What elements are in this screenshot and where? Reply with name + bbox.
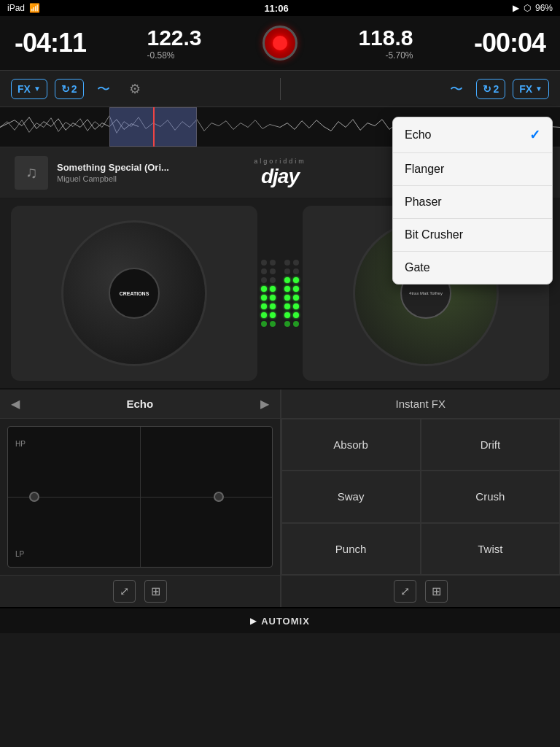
led (261, 268, 267, 274)
right-time-display: -00:04 (474, 28, 545, 58)
fx-prev-button[interactable]: ◀ (11, 397, 20, 411)
bluetooth-icon: ⬡ (524, 3, 531, 13)
dropdown-item-label: Phaser (405, 196, 442, 209)
playhead-left (153, 107, 155, 147)
loop-right-button[interactable]: ↻ 2 (476, 79, 505, 99)
led (293, 260, 299, 266)
loop-left-label: 2 (71, 83, 77, 95)
led-column-right (284, 260, 299, 327)
ifx-punch-button[interactable]: Punch (281, 523, 421, 575)
led (284, 303, 290, 309)
ifx-sway-button[interactable]: Sway (281, 471, 421, 522)
waveform-right-button[interactable]: 〜 (444, 77, 469, 101)
loop-left-button[interactable]: ↻ 2 (55, 79, 84, 99)
right-bpm: 118.8 (358, 26, 413, 50)
ifx-twist-button[interactable]: Twist (421, 523, 560, 575)
led (284, 321, 290, 327)
fx-right-chevron: ▼ (535, 85, 542, 93)
dropdown-item-flanger[interactable]: Flanger (393, 153, 552, 186)
led (270, 286, 276, 292)
led (261, 260, 267, 266)
led (284, 312, 290, 318)
fx-graph[interactable]: HP LP (7, 426, 273, 568)
loop-left-icon: ↻ (61, 83, 70, 95)
automix-play-icon: ▶ (250, 616, 257, 626)
fx-dot-left[interactable] (29, 492, 39, 502)
left-time-display: -04:11 (15, 28, 86, 58)
led (293, 277, 299, 283)
djay-logo: djay (236, 165, 324, 188)
right-bpm-display: 118.8 -5.70% (358, 26, 413, 61)
battery-label: 96% (535, 3, 553, 13)
loop-right-label: 2 (493, 83, 499, 95)
led (270, 312, 276, 318)
time-display: 11:06 (264, 3, 288, 14)
automix-label: AUTOMIX (261, 616, 310, 627)
fx-next-button[interactable]: ▶ (260, 397, 269, 411)
vinyl-left[interactable]: CREATIONS (61, 220, 207, 366)
loop-right-icon: ↻ (483, 83, 491, 95)
led (270, 277, 276, 283)
fx-vline (140, 427, 141, 567)
ifx-drift-button[interactable]: Drift (421, 419, 560, 471)
header: -04:11 122.3 -0.58% 118.8 -5.70% -00:04 (0, 16, 560, 71)
play-icon: ▶ (513, 3, 519, 13)
led (270, 260, 276, 266)
led (284, 268, 290, 274)
dropdown-item-bit-crusher[interactable]: Bit Crusher (393, 219, 552, 252)
fx-panel: ◀ Echo ▶ HP LP ⤢ ⊞ Instant FX AbsorbDrif… (0, 388, 560, 607)
waveform-left-button[interactable]: 〜 (91, 77, 116, 101)
led (284, 286, 290, 292)
fx-hp-label: HP (15, 440, 26, 448)
djay-logo-area: algoriddim djay (236, 158, 324, 188)
fx-footer: ⤢ ⊞ (0, 575, 280, 607)
algoriddim-label: algoriddim (236, 158, 324, 165)
settings-button[interactable]: ⚙ (123, 77, 147, 101)
fx-right-button[interactable]: FX ▼ (513, 79, 549, 99)
waveform-left[interactable] (0, 107, 280, 147)
dropdown-item-echo[interactable]: Echo✓ (393, 117, 552, 153)
fx-expand-button[interactable]: ⤢ (113, 580, 136, 603)
left-track-info: Something Special (Ori... Miguel Campbel… (57, 162, 169, 183)
vinyl-label-left: CREATIONS (109, 268, 160, 319)
ifx-absorb-button[interactable]: Absorb (281, 419, 421, 471)
led (293, 268, 299, 274)
fx-left-chevron: ▼ (34, 85, 41, 93)
wifi-icon: 📶 (29, 3, 40, 13)
record-button[interactable] (262, 26, 298, 61)
header-center (262, 26, 298, 61)
left-bpm-display: 122.3 -0.58% (147, 26, 201, 61)
toolbar-right: 〜 ↻ 2 FX ▼ (281, 71, 561, 107)
led (284, 295, 290, 301)
left-track-name: Something Special (Ori... (57, 162, 169, 173)
left-bpm-sub: -0.58% (147, 50, 174, 61)
automix-button[interactable]: ▶ AUTOMIX (250, 616, 310, 627)
status-bar: iPad 📶 11:06 ▶ ⬡ 96% (0, 0, 560, 16)
toolbar-left: FX ▼ ↻ 2 〜 ⚙ (0, 71, 280, 107)
instant-fx-grid: AbsorbDriftSwayCrushPunchTwist (281, 419, 561, 575)
dropdown-item-phaser[interactable]: Phaser (393, 186, 552, 219)
device-label: iPad (7, 3, 25, 13)
track-left: ♫ Something Special (Ori... Miguel Campb… (15, 156, 236, 190)
dropdown-item-gate[interactable]: Gate (393, 252, 552, 284)
dropdown-item-label: Gate (405, 261, 430, 274)
fx-left-button[interactable]: FX ▼ (11, 79, 47, 99)
ifx-grid-button[interactable]: ⊞ (425, 580, 448, 603)
fx-right-label: FX (519, 83, 532, 95)
left-album-art[interactable]: ♫ (15, 156, 48, 190)
waveform-left-icon: 〜 (97, 80, 110, 98)
fx-dot-right[interactable] (214, 492, 224, 502)
left-album-icon: ♫ (26, 163, 38, 182)
fx-lp-label: LP (15, 550, 24, 558)
left-bpm: 122.3 (147, 26, 201, 50)
deck-left[interactable]: CREATIONS (11, 206, 257, 381)
ifx-expand-button[interactable]: ⤢ (394, 580, 416, 603)
led (261, 303, 267, 309)
ifx-crush-button[interactable]: Crush (421, 471, 560, 522)
led (284, 277, 290, 283)
dropdown-item-label: Flanger (405, 163, 444, 176)
left-time: -04:11 (15, 28, 86, 58)
settings-icon: ⚙ (129, 81, 141, 97)
led (293, 321, 299, 327)
fx-grid-button[interactable]: ⊞ (144, 580, 167, 603)
